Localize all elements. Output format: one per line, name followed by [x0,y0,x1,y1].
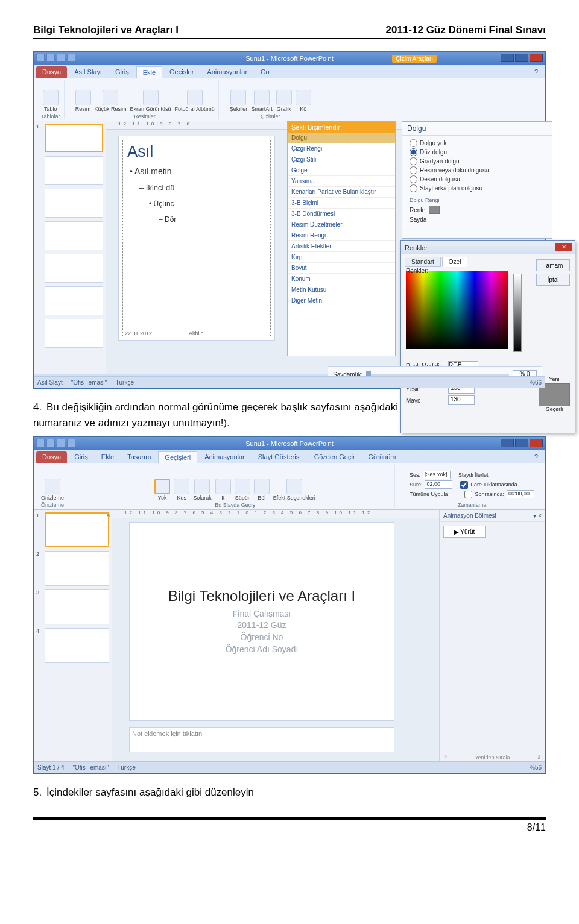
format-section-line-style[interactable]: Çizgi Stili [288,154,395,165]
footer-placeholder[interactable]: Altbilgi [189,330,205,336]
format-section-position[interactable]: Konum [288,274,395,284]
tab-transitions[interactable]: Geçişleri [158,451,197,463]
slide-title[interactable]: Bilgi Teknolojileri ve Araçları I [168,588,355,605]
format-shape-title: Şekli Biçimlendir [288,122,395,133]
color-gradient-picker[interactable] [406,271,508,349]
status-zoom[interactable]: %66 [530,379,542,386]
advance-on-click[interactable] [460,481,468,489]
close-icon[interactable]: ✕ [555,243,572,251]
subtitle-1[interactable]: Final Çalışması [226,608,299,620]
fill-opt-picture[interactable]: Resim veya doku dolgusu [410,166,545,174]
slide-thumbnails[interactable]: 1 [34,121,106,374]
luminance-slider[interactable] [513,274,522,352]
tab-review[interactable]: Gözden Geçir [308,451,361,463]
help-icon[interactable]: ? [530,451,543,463]
ribbon-album-button[interactable]: Fotoğraf Albümü [175,90,215,112]
tab-slideshow[interactable]: Slayt Gösterisi [252,451,307,463]
quick-access-toolbar[interactable] [36,54,75,62]
ok-button[interactable]: Tamam [536,259,570,271]
format-section-reflection[interactable]: Yansıma [288,176,395,187]
subtitle-2[interactable]: 2011-12 Güz [226,620,299,632]
trans-wipe[interactable]: Süpür [235,479,250,501]
window-buttons[interactable] [501,54,543,62]
fill-opt-slidebg[interactable]: Slayt arka plan dolgusu [410,184,545,192]
window-title: Sunu1 - Microsoft PowerPoint [245,440,334,447]
sound-select[interactable]: [Ses Yok] [423,471,451,479]
ribbon-smartart-button[interactable]: SmartArt [251,90,273,112]
slide-thumbnails[interactable]: × 1 2 3 4 [34,510,112,763]
format-section-textbox[interactable]: Metin Kutusu [288,284,395,295]
tab-file[interactable]: Dosya [36,451,67,463]
tab-view[interactable]: Görünüm [362,451,402,463]
effect-options[interactable]: Efekt Seçenekleri [273,479,315,501]
date-placeholder[interactable]: 22.01.2012 [125,330,152,336]
fill-opt-gradient[interactable]: Gradyan dolgu [410,157,545,165]
trans-fade[interactable]: Solarak [193,479,212,501]
tab-cut[interactable]: Gö [255,66,276,78]
tab-standard-colors[interactable]: Standart [405,257,441,267]
fill-opt-solid[interactable]: Düz dolgu [410,148,545,156]
advance-after[interactable] [464,491,472,498]
status-zoom[interactable]: %56 [530,764,542,771]
subtitle-4[interactable]: Öğrenci Adı Soyadı [226,644,299,656]
ribbon-chart-button[interactable]: Grafik [276,90,292,112]
ribbon-group-tables: Tablolar [41,113,60,119]
format-section-line-color[interactable]: Çizgi Rengi [288,143,395,154]
tab-animations[interactable]: Animasyonlar [198,451,251,463]
tab-home[interactable]: Giriş [68,451,94,463]
quick-access-toolbar[interactable] [36,439,75,447]
blue-label: Mavi: [406,397,445,404]
ribbon-shapes-button[interactable]: Şekiller [230,90,248,112]
format-section-3d-format[interactable]: 3-B Biçimi [288,198,395,209]
format-section-3d-rotate[interactable]: 3-B Döndürmesi [288,209,395,219]
slide-preview[interactable]: Bilgi Teknolojileri ve Araçları I Final … [129,522,394,721]
format-section-glow[interactable]: Kenarları Parlat ve Bulanıklaştır [288,187,395,198]
fill-opt-pattern[interactable]: Desen dolgusu [410,175,545,183]
ribbon-clipart-button[interactable]: Küçük Resim [95,90,127,112]
cancel-button[interactable]: İptal [536,274,570,286]
tab-custom-colors[interactable]: Özel [442,257,468,267]
preview-button[interactable]: Önizleme [41,479,64,501]
format-section-fill[interactable]: Dolgu [288,133,395,143]
tab-master[interactable]: Asıl Slayt [68,66,108,78]
trans-push[interactable]: İt [215,479,231,501]
subtitle-3[interactable]: Öğrenci No [226,632,299,644]
tab-insert[interactable]: Ekle [95,451,120,463]
format-section-pic-color[interactable]: Resim Rengi [288,230,395,241]
ribbon-cut-button[interactable]: Kö [296,90,311,112]
blue-input[interactable]: 130 [448,395,475,405]
tab-home[interactable]: Giriş [109,66,135,78]
trans-split[interactable]: Böl [254,479,270,501]
format-section-pic-correct[interactable]: Resim Düzeltmeleri [288,219,395,230]
advance-after-input[interactable]: 00:00,00 [507,490,534,498]
slide-master-preview[interactable]: Asıl Asıl metin İkinci dü Üçünc Dör 22.0… [118,136,275,341]
help-icon[interactable]: ? [530,66,543,78]
ribbon-table-button[interactable]: Tablo [43,90,59,112]
window-buttons[interactable] [501,439,543,447]
format-section-shadow[interactable]: Gölge [288,165,395,176]
format-section-artistic[interactable]: Artistik Efektler [288,241,395,252]
format-section-crop[interactable]: Kırp [288,252,395,263]
tab-design[interactable]: Tasarım [121,451,157,463]
trans-cut[interactable]: Kes [174,479,189,501]
transparency-slider[interactable] [366,374,509,376]
apply-all-button[interactable]: Tümüne Uygula [410,491,448,497]
duration-input[interactable]: 02,00 [425,480,452,489]
tab-insert[interactable]: Ekle [136,66,162,78]
anim-play-button[interactable]: ▶ Yürüt [443,526,486,538]
format-section-alt-text[interactable]: Diğer Metin [288,295,395,306]
tab-transitions[interactable]: Geçişler [163,66,200,78]
ribbon-picture-button[interactable]: Resim [75,90,91,112]
reorder-label[interactable]: Yeniden Sırala [475,755,510,761]
close-pane-icon[interactable]: × [107,511,110,518]
format-section-size[interactable]: Boyut [288,263,395,274]
slide-canvas[interactable]: 12 11 10 9 8 7 6 Asıl Asıl metin İkinci … [106,121,545,374]
slide-canvas[interactable]: 12 11 10 9 8 7 6 5 4 3 2 1 0 1 2 3 4 5 6… [112,510,545,763]
tab-file[interactable]: Dosya [36,66,67,78]
ribbon-screenshot-button[interactable]: Ekran Görüntüsü [130,90,171,112]
fill-color-swatch[interactable] [429,206,440,214]
tab-animations[interactable]: Animasyonlar [201,66,253,78]
notes-pane[interactable]: Not eklemek için tıklatın [129,727,394,752]
trans-none[interactable]: Yok [154,479,170,501]
fill-opt-none[interactable]: Dolgu yok [410,139,545,147]
